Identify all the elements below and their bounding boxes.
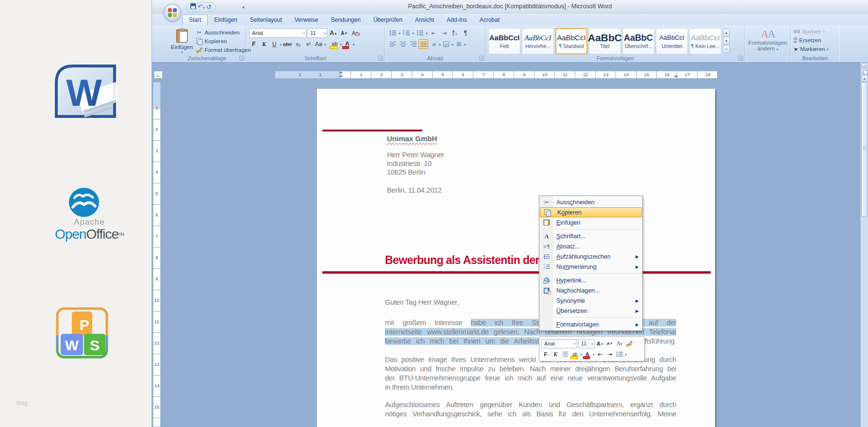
decrease-indent-button[interactable]: ⇤ — [429, 28, 438, 38]
styles-more-button[interactable]: ⩔ — [723, 45, 730, 53]
align-left-button[interactable] — [388, 39, 398, 49]
multilevel-caret-icon[interactable]: ▾ — [426, 31, 428, 34]
borders-button[interactable]: ⊞ — [454, 39, 464, 49]
mini-decrease-indent-button[interactable]: ⇤ — [596, 350, 604, 359]
vertical-scrollbar[interactable]: ▲ — [860, 63, 868, 427]
right-indent-marker[interactable] — [673, 75, 678, 77]
line-spacing-caret-icon[interactable]: ▾ — [439, 42, 441, 46]
menu-item-aufzaehlungszeichen[interactable]: Aufzählungszeichen▶ — [539, 251, 642, 262]
mini-highlight-button[interactable]: ab — [570, 350, 579, 359]
style-card-muted[interactable]: AaBbCcI¶ Kein Lee... — [689, 28, 721, 54]
menu-item-ausschneiden[interactable]: ✂Ausschneiden — [539, 197, 642, 207]
mini-increase-indent-button[interactable]: ⇥ — [605, 350, 614, 359]
style-card-subtitle[interactable]: AaBbCcIUntertitel — [656, 28, 688, 54]
customize-qat-button[interactable]: ▾ — [242, 5, 245, 10]
paste-button[interactable]: Einfügen ▾ — [170, 28, 193, 55]
align-right-button[interactable] — [408, 39, 418, 49]
bullets-button[interactable] — [388, 28, 398, 38]
bold-button[interactable]: F — [249, 39, 259, 49]
undo-button[interactable]: ↶▾ — [198, 2, 205, 12]
font-size-combobox[interactable]: 11 ▾ — [307, 28, 328, 38]
tab-add-ins[interactable]: Add-Ins — [440, 15, 473, 25]
save-button[interactable] — [190, 3, 196, 12]
justify-button[interactable] — [418, 39, 428, 49]
mini-highlight-caret-icon[interactable]: ▾ — [580, 352, 582, 356]
show-paragraph-marks-button[interactable]: ¶ — [461, 28, 470, 38]
document-page[interactable]: Unimax GmbH Herr Peter Wagner Industries… — [317, 89, 715, 427]
mini-styles-button[interactable]: A▾ — [615, 339, 624, 348]
styles-dialog-launcher[interactable]: ↘ — [738, 56, 743, 61]
replace-button[interactable]: abac Ersetzen — [792, 36, 838, 45]
menu-item-schriftart[interactable]: ASchriftart... — [539, 231, 642, 241]
highlight-caret-icon[interactable]: ▾ — [340, 42, 342, 46]
menu-item-kopieren[interactable]: Kopieren — [540, 207, 642, 217]
numbering-caret-icon[interactable]: ▾ — [412, 31, 414, 34]
sort-button[interactable]: AZ↓ — [450, 28, 460, 38]
change-case-button[interactable]: Aa — [314, 39, 323, 49]
mini-bullets-caret-icon[interactable]: ▾ — [625, 352, 627, 356]
tab-acrobat[interactable]: Acrobat — [473, 15, 506, 25]
shrink-font-button[interactable]: A▼ — [339, 28, 349, 38]
bullets-caret-icon[interactable]: ▾ — [399, 31, 401, 34]
cut-button[interactable]: ✂ Ausschneiden — [194, 28, 252, 37]
align-center-button[interactable] — [398, 39, 408, 49]
scroll-up-button[interactable]: ▲ — [861, 75, 868, 82]
split-handle[interactable] — [861, 64, 868, 67]
menu-item-absatz[interactable]: ¶Absatz... — [539, 241, 642, 251]
styles-scroll-down-button[interactable]: ▼ — [723, 37, 730, 45]
underline-caret-icon[interactable]: ▾ — [280, 42, 282, 46]
font-color-caret-icon[interactable]: ▾ — [352, 42, 354, 46]
tab-sendungen[interactable]: Sendungen — [324, 15, 367, 25]
increase-indent-button[interactable]: ⇥ — [439, 28, 449, 38]
select-button[interactable]: ➤ Markieren ▾ — [792, 45, 838, 53]
clipboard-dialog-launcher[interactable]: ↘ — [239, 56, 244, 61]
menu-item-formatvorlagen[interactable]: Formatvorlagen▶ — [539, 319, 642, 329]
copy-button[interactable]: Kopieren — [194, 37, 252, 46]
format-painter-button[interactable]: Format übertragen — [194, 46, 252, 54]
change-case-caret-icon[interactable]: ▾ — [324, 42, 326, 46]
font-family-combobox[interactable]: Arial ▾ — [249, 28, 306, 38]
paragraph-dialog-launcher[interactable]: ↘ — [479, 56, 484, 61]
redo-button[interactable]: ↺ — [206, 3, 212, 12]
text-highlight-button[interactable]: ab — [330, 39, 339, 49]
hanging-indent-marker[interactable] — [338, 75, 343, 77]
tab-verweise[interactable]: Verweise — [288, 15, 325, 25]
menu-item-uebersetzen[interactable]: Übersetzen▶ — [539, 306, 642, 316]
menu-item-einfuegen[interactable]: Einfügen — [539, 217, 642, 228]
font-color-button[interactable]: A — [342, 39, 352, 49]
mini-bold-button[interactable]: F — [541, 350, 550, 359]
italic-button[interactable]: K — [259, 39, 269, 49]
mini-shrink-font-button[interactable]: A▼ — [605, 339, 614, 348]
tab-selector[interactable]: ∟ — [154, 71, 163, 79]
borders-caret-icon[interactable]: ▾ — [464, 42, 466, 46]
style-card-heading[interactable]: AaBbCÜberschrif... — [622, 28, 654, 54]
change-styles-button[interactable]: AA Formatvorlagen ändern ▾ — [746, 27, 789, 51]
line-spacing-button[interactable]: ↕≡ — [429, 39, 438, 49]
mini-bullets-button[interactable] — [615, 350, 624, 359]
find-button[interactable]: Suchen ▾ — [792, 27, 838, 36]
style-card-italic[interactable]: AaBbCcIHervorhe... — [522, 28, 554, 54]
clear-formatting-button[interactable]: Aa — [350, 28, 360, 38]
mini-grow-font-button[interactable]: A▲ — [596, 339, 604, 348]
menu-item-nummerierung[interactable]: Nummerierung▶ — [539, 262, 642, 272]
tab-einf-gen[interactable]: Einfügen — [208, 15, 243, 25]
multilevel-list-button[interactable] — [415, 28, 425, 38]
numbering-button[interactable] — [401, 28, 411, 38]
mini-font-size-combobox[interactable]: 11 ▾ — [578, 339, 595, 348]
style-card-normal[interactable]: AaBbCcI¶ Standard — [555, 28, 587, 54]
mini-font-family-combobox[interactable]: Arial ▾ — [541, 339, 577, 348]
font-dialog-launcher[interactable]: ↘ — [378, 56, 383, 61]
select-browse-object-button[interactable] — [861, 68, 868, 74]
strikethrough-button[interactable]: abe — [282, 39, 293, 49]
tab-seitenlayout[interactable]: Seitenlayout — [244, 15, 288, 25]
mini-format-painter-button[interactable] — [625, 339, 634, 348]
mini-italic-button[interactable]: K — [551, 350, 560, 359]
tab-ansicht[interactable]: Ansicht — [409, 15, 440, 25]
menu-item-hyperlink[interactable]: Hyperlink... — [539, 275, 642, 285]
first-line-indent-marker[interactable] — [338, 72, 343, 74]
vertical-ruler[interactable]: 123456789101112131415 — [153, 82, 161, 427]
styles-scroll-up-button[interactable]: ▲ — [723, 29, 730, 36]
mini-font-color-button[interactable]: A — [583, 350, 592, 359]
superscript-button[interactable]: x² — [303, 39, 313, 49]
grow-font-button[interactable]: A▲ — [329, 28, 338, 38]
